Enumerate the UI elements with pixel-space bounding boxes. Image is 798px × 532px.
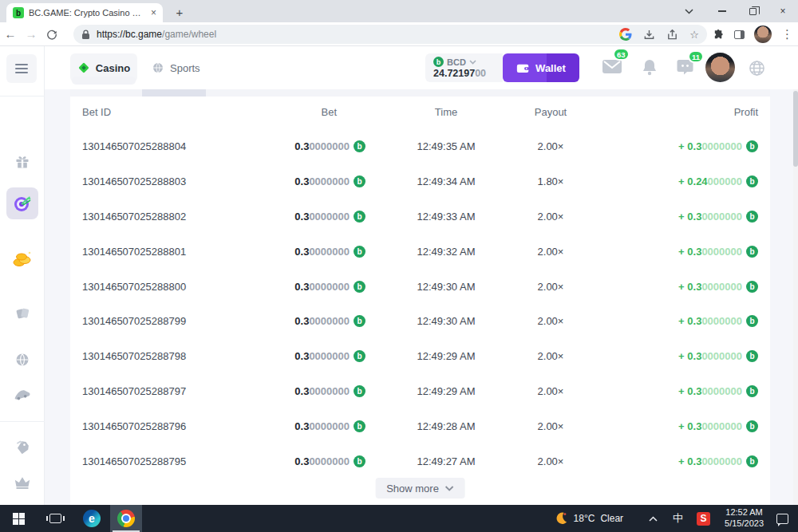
- tab-close-icon[interactable]: ×: [151, 7, 156, 18]
- user-avatar[interactable]: [705, 53, 735, 82]
- bet-id-cell[interactable]: 130146507025288797: [82, 385, 270, 397]
- profit-cell: + 0.30000000 b: [678, 385, 758, 397]
- extensions-icon[interactable]: [713, 29, 725, 41]
- ime-indicator[interactable]: 中: [666, 511, 690, 526]
- address-bar[interactable]: https://bc.game/game/wheel ☆: [73, 25, 707, 44]
- bet-cell: 0.30000000 b: [294, 420, 365, 432]
- payout-cell: 2.00×: [538, 281, 564, 293]
- nav-sports[interactable]: Sports: [152, 53, 200, 82]
- forward-icon[interactable]: →: [21, 27, 41, 41]
- profit-cell: + 0.30000000 b: [678, 350, 758, 362]
- coin-icon: b: [354, 420, 365, 432]
- table-row: 130146507025288795 0.30000000 b 12:49:27…: [70, 443, 770, 479]
- share-icon[interactable]: [666, 29, 678, 41]
- col-payout: Payout: [535, 106, 567, 118]
- wallet-button[interactable]: Wallet: [503, 53, 579, 82]
- balance-coin-label: BCD: [447, 57, 466, 67]
- sidebar-item-vip[interactable]: [6, 467, 38, 499]
- browser-menu-icon[interactable]: ⋮: [781, 27, 793, 41]
- payout-cell: 2.00×: [538, 315, 564, 327]
- tab-title: BC.GAME: Crypto Casino Games: [29, 8, 146, 18]
- payout-cell: 1.80×: [538, 175, 564, 187]
- profit-cell: + 0.30000000 b: [678, 420, 758, 432]
- google-icon[interactable]: [619, 28, 632, 41]
- sidebar-item-wheel-active[interactable]: [6, 187, 38, 219]
- language-globe-icon[interactable]: [749, 60, 765, 77]
- time-cell: 12:49:33 AM: [417, 211, 476, 223]
- restore-button[interactable]: [737, 0, 768, 22]
- bets-tabstrip-partial[interactable]: [70, 89, 770, 97]
- bet-id-cell[interactable]: 130146507025288795: [82, 455, 270, 467]
- reload-icon[interactable]: [41, 29, 62, 40]
- bell-icon[interactable]: [642, 59, 658, 76]
- tab-search-icon[interactable]: [675, 0, 702, 22]
- bet-history-card: Bet ID Bet Time Payout Profit 1301465070…: [70, 97, 770, 505]
- coin-icon: b: [746, 385, 758, 397]
- bet-id-cell[interactable]: 130146507025288803: [82, 175, 270, 187]
- sidebar-item-promotions[interactable]: [6, 432, 38, 463]
- coin-icon: b: [746, 246, 758, 258]
- minimize-button[interactable]: [707, 0, 737, 22]
- sidebar-item-racing[interactable]: [6, 379, 38, 411]
- sidebar-item-bonus[interactable]: [6, 146, 38, 178]
- coin-icon: b: [354, 246, 365, 258]
- bookmark-star-icon[interactable]: ☆: [689, 29, 699, 41]
- side-panel-icon[interactable]: [734, 30, 745, 39]
- show-more-button[interactable]: Show more: [375, 478, 465, 499]
- payout-cell: 2.00×: [538, 246, 564, 258]
- col-bet: Bet: [321, 106, 365, 118]
- time-cell: 12:49:29 AM: [417, 385, 476, 397]
- bet-id-cell[interactable]: 130146507025288802: [82, 211, 270, 223]
- coin-icon: b: [746, 350, 758, 362]
- browser-profile-avatar[interactable]: [754, 26, 772, 43]
- table-row: 130146507025288796 0.30000000 b 12:49:28…: [70, 408, 770, 443]
- coin-icon: b: [746, 420, 758, 432]
- bet-id-cell[interactable]: 130146507025288798: [82, 350, 270, 362]
- close-window-button[interactable]: ×: [768, 0, 798, 22]
- page-scrollbar[interactable]: [793, 89, 798, 505]
- payout-cell: 2.00×: [538, 211, 564, 223]
- save-page-icon[interactable]: [643, 29, 655, 41]
- profit-cell: + 0.24000000 b: [678, 175, 758, 187]
- taskbar-chevron-up-icon[interactable]: [641, 516, 666, 522]
- sidebar-item-sports[interactable]: [6, 344, 38, 376]
- weather-widget[interactable]: 18°C Clear: [554, 511, 642, 526]
- profit-cell: + 0.30000000 b: [678, 315, 758, 327]
- bcgame-favicon-icon: b: [13, 7, 24, 18]
- mail-icon[interactable]: [602, 59, 622, 74]
- chrome-icon-active[interactable]: [110, 505, 142, 532]
- bet-id-cell[interactable]: 130146507025288801: [82, 246, 270, 258]
- time-cell: 12:49:34 AM: [417, 175, 476, 187]
- browser-tab[interactable]: b BC.GAME: Crypto Casino Games ×: [6, 3, 163, 22]
- table-row: 130146507025288801 0.30000000 b 12:49:32…: [70, 234, 770, 269]
- sogou-ime-icon[interactable]: S: [697, 512, 710, 526]
- sidebar-item-cards[interactable]: [6, 298, 38, 329]
- time-cell: 12:49:35 AM: [417, 140, 476, 152]
- start-button[interactable]: [0, 505, 37, 532]
- col-time: Time: [435, 106, 457, 118]
- lock-icon[interactable]: [81, 30, 90, 40]
- bet-id-cell[interactable]: 130146507025288799: [82, 315, 270, 327]
- coin-icon: b: [354, 175, 365, 187]
- sidebar: [0, 46, 45, 505]
- taskbar-clock[interactable]: 12:52 AM 5/15/2023: [717, 507, 772, 530]
- table-row: 130146507025288804 0.30000000 b 12:49:35…: [70, 129, 770, 164]
- coin-icon: b: [354, 211, 365, 223]
- menu-button[interactable]: [6, 54, 37, 83]
- bet-id-cell[interactable]: 130146507025288800: [82, 281, 270, 293]
- action-center-icon[interactable]: [776, 514, 788, 524]
- bet-id-cell[interactable]: 130146507025288796: [82, 420, 270, 432]
- table-row: 130146507025288797 0.30000000 b 12:49:29…: [70, 374, 770, 409]
- windows-taskbar: e 18°C Clear 中 S 12:52 AM 5/15/2023: [0, 505, 798, 532]
- bet-id-cell[interactable]: 130146507025288804: [82, 140, 270, 152]
- back-icon[interactable]: ←: [0, 27, 21, 41]
- new-tab-button[interactable]: +: [171, 3, 188, 21]
- table-row: 130146507025288798 0.30000000 b 12:49:29…: [70, 339, 770, 374]
- chevron-down-icon: [445, 486, 454, 491]
- edge-icon[interactable]: e: [73, 505, 110, 532]
- balance-selector[interactable]: b BCD 24.7219700: [425, 53, 503, 82]
- task-view-button[interactable]: [37, 505, 73, 532]
- time-cell: 12:49:32 AM: [417, 246, 476, 258]
- sidebar-item-coins[interactable]: [6, 243, 38, 275]
- partial-scrolled-element: [72, 77, 136, 85]
